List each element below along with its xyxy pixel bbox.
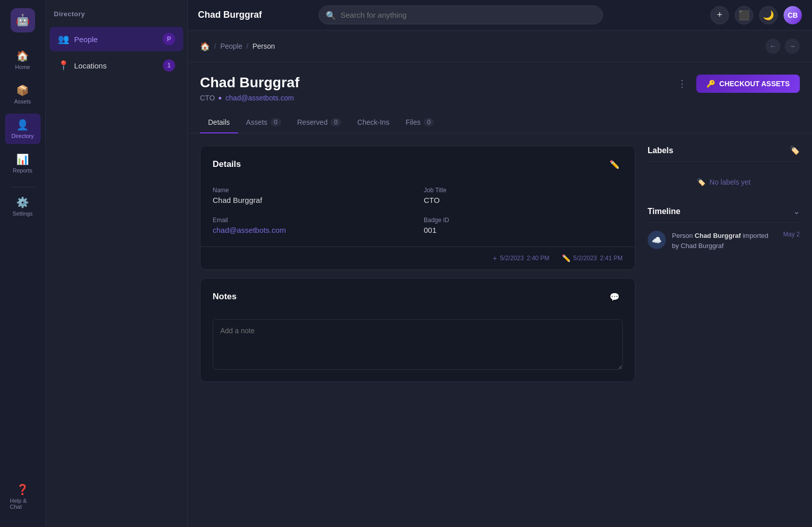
breadcrumb-person: Person [252, 42, 275, 50]
scan-icon: ⬛ [738, 10, 750, 21]
add-note-button[interactable]: 💬 [606, 289, 623, 305]
app-logo: 🤖 [11, 8, 35, 32]
person-info: Chad Burggraf CTO chad@assetbots.com [200, 75, 666, 102]
details-card-header: Details ✏️ [200, 146, 635, 183]
timeline-event-icon: ☁️ [648, 231, 666, 249]
edit-details-button[interactable]: ✏️ [606, 156, 623, 172]
breadcrumb-people[interactable]: People [220, 42, 243, 50]
person-email[interactable]: chad@assetbots.com [225, 94, 294, 102]
directory-item-locations[interactable]: 📍 Locations 1 [50, 53, 183, 78]
forward-button[interactable]: → [785, 39, 800, 54]
labels-panel-header: Labels 🏷️ [648, 146, 800, 162]
created-time: 2:40 PM [527, 255, 550, 262]
created-meta: + 5/2/2023 2:40 PM [493, 254, 550, 262]
sidebar-icons: 🤖 🏠 Home 📦 Assets 👤 Directory 📊 Reports … [0, 0, 46, 527]
search-icon: 🔍 [326, 10, 336, 20]
edited-time: 2:41 PM [600, 255, 623, 262]
main-content: Details ✏️ Name Chad Burggraf Job Title … [188, 133, 812, 527]
directory-icon: 👤 [16, 119, 29, 131]
assets-icon: 📦 [16, 84, 29, 96]
notes-input[interactable] [213, 319, 623, 370]
sidebar-item-directory[interactable]: 👤 Directory [5, 114, 41, 144]
tab-assets[interactable]: Assets 0 [238, 112, 289, 133]
user-avatar[interactable]: CB [784, 6, 802, 24]
tabs: Details Assets 0 Reserved 0 Check-Ins Fi… [188, 112, 812, 133]
sidebar-item-settings[interactable]: ⚙️ Settings [5, 191, 41, 222]
tab-details[interactable]: Details [200, 112, 238, 133]
sidebar-item-home[interactable]: 🏠 Home [5, 45, 41, 75]
timeline-panel-header: Timeline ⌄ [648, 206, 800, 223]
email-value[interactable]: chad@assetbots.com [213, 226, 412, 234]
details-card-footer: + 5/2/2023 2:40 PM ✏️ 5/2/2023 2:41 PM [200, 247, 635, 269]
job-title-label: Job Title [424, 187, 623, 194]
timeline-bold: Chad Burggraf [695, 232, 741, 239]
edited-date: 5/2/2023 [573, 255, 597, 262]
sidebar-item-reports[interactable]: 📊 Reports [5, 148, 41, 179]
people-icon: 👥 [58, 33, 69, 45]
labels-panel: Labels 🏷️ 🏷️ No labels yet [648, 146, 800, 194]
labels-tag-icon[interactable]: 🏷️ [790, 146, 800, 155]
details-grid: Name Chad Burggraf Job Title CTO Email c… [200, 183, 635, 247]
search-input[interactable] [319, 6, 603, 24]
breadcrumb-home[interactable]: 🏠 [200, 42, 210, 51]
job-title-field: Job Title CTO [424, 187, 623, 204]
breadcrumb-sep-2: / [246, 42, 248, 50]
people-label: People [74, 35, 158, 44]
locations-badge: 1 [163, 59, 175, 72]
email-field: Email chad@assetbots.com [213, 217, 412, 234]
tab-assets-label: Assets [246, 118, 267, 126]
sidebar-divider [10, 187, 36, 187]
tab-files-badge: 0 [424, 118, 434, 126]
notes-card-title: Notes [213, 292, 236, 302]
tab-files[interactable]: Files 0 [397, 112, 442, 133]
created-date: 5/2/2023 [500, 255, 524, 262]
edit-icon: ✏️ [562, 254, 570, 262]
details-card-title: Details [213, 159, 241, 169]
help-label: Help & Chat [10, 498, 36, 510]
sidebar-label-reports: Reports [13, 167, 32, 173]
scan-button[interactable]: ⬛ [735, 6, 753, 24]
directory-item-people[interactable]: 👥 People P [50, 27, 183, 51]
badge-id-label: Badge ID [424, 217, 623, 224]
breadcrumb-nav: ← → [765, 39, 800, 54]
sidebar-item-assets[interactable]: 📦 Assets [5, 79, 41, 110]
add-button[interactable]: + [710, 6, 729, 24]
back-button[interactable]: ← [765, 39, 781, 54]
dark-mode-button[interactable]: 🌙 [759, 6, 777, 24]
tab-checkins-label: Check-Ins [357, 118, 389, 126]
timeline-content: Person Chad Burggraf imported by Chad Bu… [672, 231, 777, 251]
locations-icon: 📍 [58, 60, 69, 71]
email-label: Email [213, 217, 412, 224]
notes-body [200, 315, 635, 381]
timeline-panel-title: Timeline [648, 207, 681, 216]
search-bar: 🔍 [319, 6, 603, 24]
moon-icon: 🌙 [763, 10, 774, 21]
tab-reserved[interactable]: Reserved 0 [289, 112, 350, 133]
person-header: Chad Burggraf CTO chad@assetbots.com ⋮ 🔑… [188, 62, 812, 102]
sidebar-label-home: Home [15, 64, 30, 70]
directory-sidebar: Directory 👥 People P 📍 Locations 1 [46, 0, 188, 527]
timeline-panel: Timeline ⌄ ☁️ Person Chad Burggraf impor… [648, 206, 800, 251]
help-chat-button[interactable]: ❓ Help & Chat [5, 478, 41, 515]
job-title-value: CTO [424, 196, 623, 204]
content-right: Labels 🏷️ 🏷️ No labels yet Timeline ⌄ [648, 146, 800, 515]
timeline-date: May 2 [783, 231, 800, 238]
timeline-collapse-button[interactable]: ⌄ [793, 206, 800, 216]
tab-checkins[interactable]: Check-Ins [349, 112, 397, 133]
tab-reserved-badge: 0 [330, 118, 341, 126]
timeline-text-before: Person [672, 232, 695, 239]
badge-id-field: Badge ID 001 [424, 217, 623, 234]
edited-meta: ✏️ 5/2/2023 2:41 PM [562, 254, 623, 262]
checkout-assets-button[interactable]: 🔑 CHECKOUT ASSETS [696, 75, 800, 93]
sidebar-label-assets: Assets [14, 98, 31, 104]
header-actions: ⋮ 🔑 CHECKOUT ASSETS [674, 75, 800, 93]
notes-card: Notes 💬 [200, 278, 635, 382]
help-icon: ❓ [16, 483, 29, 496]
meta-dot [219, 97, 221, 99]
created-icon: + [493, 254, 497, 262]
breadcrumb-sep-1: / [214, 42, 216, 50]
settings-icon: ⚙️ [16, 196, 29, 208]
more-button[interactable]: ⋮ [674, 76, 690, 92]
sidebar-label-settings: Settings [13, 210, 33, 217]
sidebar-label-directory: Directory [11, 133, 33, 139]
